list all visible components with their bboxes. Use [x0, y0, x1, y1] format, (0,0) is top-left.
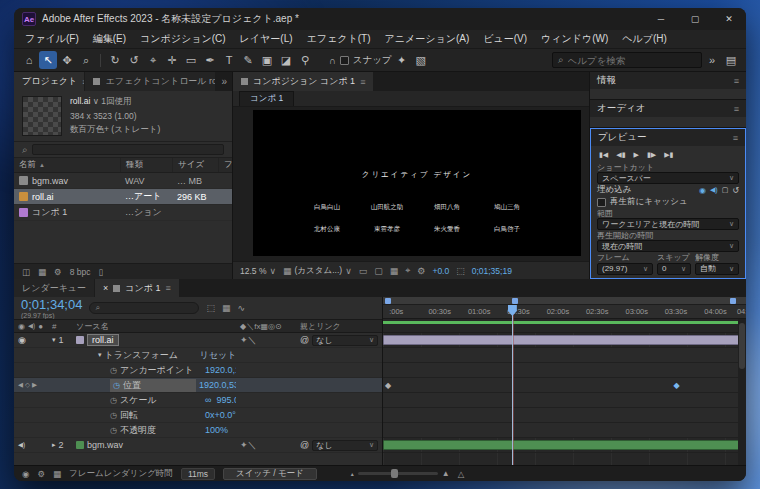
lock-column-icon[interactable]: ●: [38, 322, 43, 331]
audio-column-icon[interactable]: ◀): [28, 322, 35, 330]
timeline-search[interactable]: ⌕: [89, 302, 199, 314]
type-tool-icon[interactable]: T: [220, 51, 238, 69]
camera-tool-icon[interactable]: ⌖: [144, 51, 162, 69]
toggle-transfer-icon[interactable]: ▦: [53, 469, 61, 479]
pan-behind-tool-icon[interactable]: ✛: [163, 51, 181, 69]
layer-color-swatch[interactable]: [76, 441, 84, 449]
go-to-end-button[interactable]: ▶▮: [664, 151, 673, 159]
toolbar-overflow-icon[interactable]: »: [703, 51, 721, 69]
clone-stamp-tool-icon[interactable]: ▣: [258, 51, 276, 69]
rotate-tool-icon[interactable]: ↺: [125, 51, 143, 69]
zoom-slider-thumb[interactable]: [391, 469, 398, 478]
composition-mini-flowchart-icon[interactable]: ⬚: [206, 303, 215, 313]
help-search-input[interactable]: [568, 55, 686, 66]
transparency-grid-icon[interactable]: ▦: [390, 266, 399, 276]
region-of-interest-icon[interactable]: ▢: [374, 266, 383, 276]
constrain-link-icon[interactable]: ∞: [205, 395, 211, 405]
range-select[interactable]: ワークエリアと現在の時間∨: [597, 218, 739, 230]
close-button[interactable]: ✕: [712, 8, 746, 30]
color-depth-label[interactable]: 8 bpc: [70, 267, 91, 277]
minimize-button[interactable]: ─: [644, 8, 678, 30]
project-settings-icon[interactable]: ⚙: [54, 267, 62, 277]
current-time-display[interactable]: 0;01;34;04: [21, 297, 82, 312]
position-value[interactable]: 1920.0,5332.5: [199, 380, 236, 390]
menu-edit[interactable]: 編集(E): [86, 32, 133, 46]
menu-effect[interactable]: エフェクト(T): [300, 32, 378, 46]
keyframe[interactable]: ◆: [385, 381, 391, 390]
tab-project[interactable]: プロジェクト ≡: [14, 72, 84, 91]
layer-color-swatch[interactable]: [76, 336, 84, 344]
stopwatch-icon[interactable]: ◷: [110, 426, 117, 435]
layer1-track[interactable]: [383, 333, 746, 348]
pickwhip-icon[interactable]: @: [300, 335, 309, 345]
rotation-row[interactable]: ◷回転 0x+0.0°: [14, 408, 382, 423]
cache-checkbox[interactable]: [597, 198, 606, 207]
project-row-bgm[interactable]: bgm.wav WAV … MB: [14, 173, 232, 189]
tab-overflow-icon[interactable]: »: [221, 76, 227, 87]
panel-menu-icon[interactable]: ≡: [360, 77, 365, 87]
stopwatch-icon[interactable]: ◷: [110, 411, 117, 420]
graph-editor-icon[interactable]: ∿: [237, 303, 245, 313]
panel-menu-icon[interactable]: ≡: [734, 76, 739, 86]
layer2-track[interactable]: [383, 438, 746, 453]
orbit-tool-icon[interactable]: ↻: [106, 51, 124, 69]
viewer-tab-comp1[interactable]: コンポ 1: [239, 91, 294, 106]
opacity-row[interactable]: ◷不透明度 100%: [14, 423, 382, 438]
menu-layer[interactable]: レイヤー(L): [233, 32, 300, 46]
audio-panel-header[interactable]: オーディオ ≡: [590, 100, 746, 117]
resolution-select[interactable]: 自動∨: [695, 263, 739, 275]
info-panel-header[interactable]: 情報 ≡: [590, 72, 746, 89]
pen-tool-icon[interactable]: ✒: [201, 51, 219, 69]
layer-audio-icon[interactable]: ◀): [18, 441, 25, 449]
toggle-pane-icon[interactable]: ◉: [22, 469, 29, 479]
anchor-point-value[interactable]: 1920.0,1761.5: [205, 365, 236, 375]
workspace-icon[interactable]: ▤: [722, 51, 740, 69]
footage-thumbnail[interactable]: [22, 96, 62, 136]
toggle-switches-icon[interactable]: ⚙: [37, 469, 45, 479]
rotation-value[interactable]: 0x+0.0°: [205, 410, 236, 420]
layer2-switches[interactable]: ✦＼: [236, 439, 296, 452]
position-track[interactable]: ◆ ◆: [383, 378, 746, 393]
exposure-icon[interactable]: ⚙: [417, 266, 425, 276]
tab-effect-controls[interactable]: エフェクトコントロール roll.ai: [85, 72, 215, 91]
exposure-value[interactable]: +0.0: [432, 266, 449, 276]
menu-file[interactable]: ファイル(F): [18, 32, 86, 46]
switches-column-header[interactable]: ◆＼fx▦◎⊙: [236, 321, 296, 332]
mask-visibility-icon[interactable]: ✦: [393, 51, 411, 69]
draft-3d-icon[interactable]: ▦: [222, 303, 231, 313]
work-area-bar[interactable]: [383, 297, 746, 305]
loop-icon[interactable]: ↺: [732, 186, 739, 195]
previous-frame-button[interactable]: ◀▮: [616, 151, 625, 159]
layer2-name[interactable]: bgm.wav: [87, 440, 123, 450]
layer1-duration-bar[interactable]: [383, 335, 746, 345]
stopwatch-icon-active[interactable]: ◷: [113, 381, 120, 390]
snapshot-icon[interactable]: ⬚: [456, 266, 465, 276]
grid-options-icon[interactable]: ▧: [412, 51, 430, 69]
layer1-name[interactable]: roll.ai: [87, 334, 119, 346]
menu-animation[interactable]: アニメーション(A): [377, 32, 476, 46]
close-tab-icon[interactable]: ×: [103, 283, 108, 293]
selection-tool-icon[interactable]: ↖: [39, 51, 57, 69]
group-expander-icon[interactable]: ▾: [98, 351, 102, 359]
zoom-out-icon[interactable]: ▴: [351, 470, 354, 477]
layer1-switches[interactable]: ✦＼: [236, 334, 296, 347]
include-overlays-icon[interactable]: ▢: [722, 186, 729, 194]
panel-menu-icon[interactable]: ≡: [734, 104, 739, 114]
menu-view[interactable]: ビュー(V): [476, 32, 534, 46]
include-video-icon[interactable]: ◉: [699, 186, 706, 195]
stopwatch-icon[interactable]: ◷: [110, 366, 117, 375]
project-row-comp[interactable]: コンポ 1 …ション: [14, 205, 232, 221]
transform-label[interactable]: トランスフォーム: [105, 349, 197, 362]
transform-group-row[interactable]: ▾ トランスフォーム リセット: [14, 348, 382, 363]
comp-current-time[interactable]: 0;01;35;19: [472, 266, 512, 276]
anchor-point-row[interactable]: ◷アンカーポイント 1920.0,1761.5: [14, 363, 382, 378]
parent-link-column-header[interactable]: 親とリンク: [296, 321, 382, 332]
play-button[interactable]: ▶: [634, 151, 639, 159]
comp-marker-icon[interactable]: △: [458, 469, 465, 479]
frame-rate-select[interactable]: (29.97)∨: [597, 263, 653, 275]
tab-timeline-comp1[interactable]: × コンポ 1 ≡: [95, 279, 179, 297]
puppet-pin-tool-icon[interactable]: ⚲: [296, 51, 314, 69]
preview-panel-header[interactable]: プレビュー ≡: [591, 129, 745, 146]
zoom-select[interactable]: 12.5 %∨: [240, 266, 276, 276]
skip-select[interactable]: 0∨: [657, 263, 691, 275]
